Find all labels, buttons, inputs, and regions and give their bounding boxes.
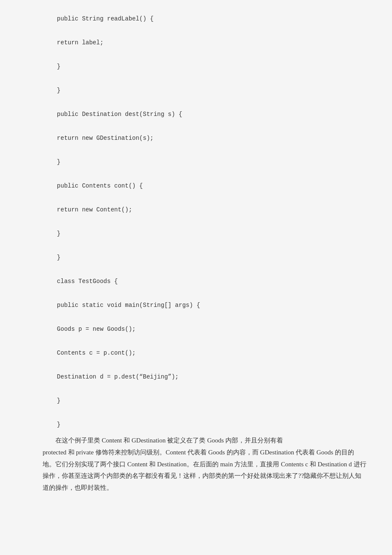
code-line-14 xyxy=(43,168,366,180)
code-line-6 xyxy=(43,72,366,84)
code-line-22 xyxy=(43,263,366,275)
code-block: public String readLabel() { return label… xyxy=(43,13,366,431)
code-line-29: Contents c = p.cont(); xyxy=(43,347,366,359)
code-line-8 xyxy=(43,96,366,108)
code-line-20 xyxy=(43,240,366,251)
code-line-16 xyxy=(43,192,366,204)
code-line-7: } xyxy=(43,84,366,96)
code-line-23: class TestGoods { xyxy=(43,275,366,287)
code-line-2 xyxy=(43,25,366,37)
code-line-25: public static void main(String[] args) { xyxy=(43,299,366,311)
code-line-32 xyxy=(43,383,366,395)
code-line-21: } xyxy=(43,251,366,263)
prose-paragraph-1: 在这个例子里类 Content 和 GDestination 被定义在了类 Go… xyxy=(43,435,366,494)
code-line-5: } xyxy=(43,61,366,72)
code-line-19: } xyxy=(43,228,366,240)
code-line-31: Destination d = p.dest(“Beijing”); xyxy=(43,371,366,383)
page-container: public String readLabel() { return label… xyxy=(0,0,392,555)
code-line-17: return new Content(); xyxy=(43,204,366,216)
code-line-3: return label; xyxy=(43,37,366,49)
code-line-15: public Contents cont() { xyxy=(43,180,366,192)
code-line-33: } xyxy=(43,395,366,407)
prose-text-2: protected 和 private 修饰符来控制访问级别。Content 代… xyxy=(43,447,366,494)
code-line-30 xyxy=(43,359,366,371)
code-line-12 xyxy=(43,144,366,156)
code-line-24 xyxy=(43,287,366,299)
code-line-26 xyxy=(43,311,366,323)
code-line-28 xyxy=(43,335,366,347)
code-line-27: Goods p = new Goods(); xyxy=(43,323,366,335)
code-line-10 xyxy=(43,120,366,132)
code-line-35: } xyxy=(43,419,366,431)
code-line-1: public String readLabel() { xyxy=(43,13,366,25)
code-line-4 xyxy=(43,49,366,61)
code-line-34 xyxy=(43,407,366,419)
code-line-18 xyxy=(43,216,366,228)
code-line-9: public Destination dest(String s) { xyxy=(43,108,366,120)
prose-text-1: 在这个例子里类 Content 和 GDestination 被定义在了类 Go… xyxy=(43,435,366,447)
code-line-13: } xyxy=(43,156,366,168)
code-line-11: return new GDestination(s); xyxy=(43,132,366,144)
